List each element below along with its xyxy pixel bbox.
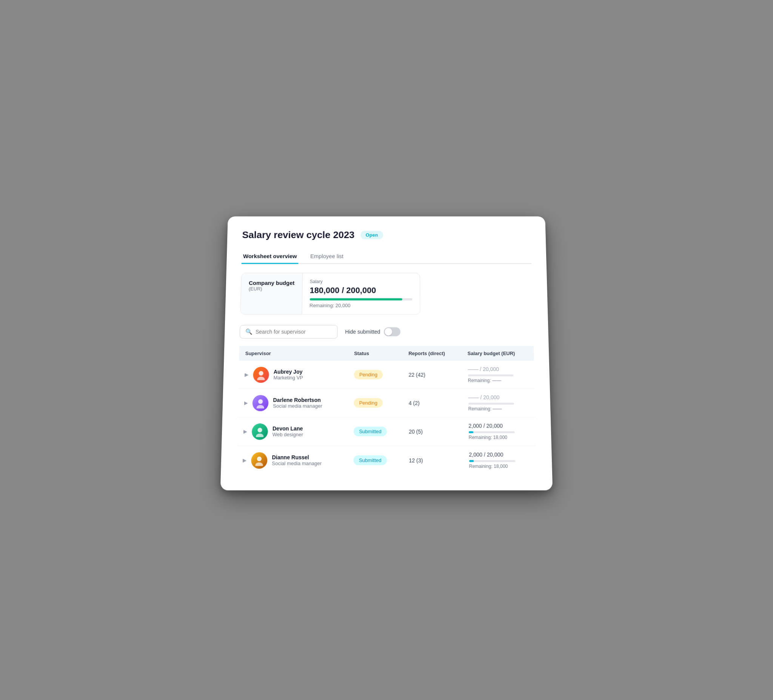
avatar	[252, 395, 268, 411]
table-body: ▶ Aubrey Joy Marketing VP Pending22 (42)…	[236, 361, 537, 475]
budget-amount: 180,000 / 200,000	[309, 285, 412, 295]
person-name: Aubrey Joy	[274, 369, 303, 375]
status-badge: Pending	[354, 398, 382, 407]
budget-progress-fill	[309, 298, 402, 301]
row-expand-chevron[interactable]: ▶	[244, 400, 248, 406]
supervisors-table: Supervisor Status Reports (direct) Salar…	[236, 346, 537, 475]
row-progress-fill	[469, 460, 474, 462]
status-badge: Open	[360, 230, 383, 239]
budget-type: Salary	[310, 279, 412, 284]
budget-card: Company budget (EUR) Salary 180,000 / 20…	[240, 273, 420, 314]
search-wrapper[interactable]: 🔍	[240, 325, 338, 338]
filter-bar: 🔍 Hide submitted	[240, 325, 533, 338]
status-cell: Submitted	[347, 446, 403, 474]
budget-currency: (EUR)	[249, 286, 295, 291]
row-progress-bg	[469, 460, 515, 462]
reports-cell: 12 (3)	[403, 446, 463, 474]
row-expand-chevron[interactable]: ▶	[243, 428, 248, 434]
avatar	[253, 366, 269, 382]
main-card: Salary review cycle 2023 Open Worksheet …	[220, 216, 553, 490]
status-cell: Submitted	[348, 417, 403, 446]
table-row: ▶ Dianne Russel Social media manager Sub…	[236, 446, 537, 474]
col-supervisor: Supervisor	[239, 346, 348, 361]
status-badge: Pending	[354, 370, 383, 379]
supervisor-cell: ▶ Darlene Robertson Social media manager	[238, 389, 348, 417]
tab-employee-list[interactable]: Employee list	[309, 249, 345, 264]
budget-amount-text: 2,000 / 20,000	[469, 422, 530, 429]
row-progress-bg	[468, 403, 514, 404]
budget-cell: 2,000 / 20,000 Remaining: 18,000	[462, 417, 536, 446]
page-title: Salary review cycle 2023	[242, 229, 354, 240]
person-info: Dianne Russel Social media manager	[272, 454, 322, 466]
reports-cell: 20 (5)	[403, 417, 463, 446]
status-cell: Pending	[348, 389, 403, 417]
tab-bar: Worksheet overview Employee list	[242, 249, 532, 264]
search-input[interactable]	[255, 329, 332, 335]
budget-cell: —— / 20,000 Remaining: ——	[462, 361, 535, 389]
row-expand-chevron[interactable]: ▶	[243, 457, 247, 463]
budget-label-title: Company budget	[249, 279, 294, 286]
budget-progress-bg	[309, 298, 412, 301]
svg-point-4	[257, 427, 262, 432]
reports-cell: 4 (2)	[402, 389, 462, 417]
reports-cell: 22 (42)	[402, 361, 462, 389]
hide-submitted-toggle[interactable]	[384, 327, 400, 336]
budget-remaining: Remaining: 20,000	[309, 302, 413, 308]
status-cell: Pending	[348, 361, 403, 389]
row-progress-bg	[469, 431, 515, 433]
budget-amount-text: —— / 20,000	[468, 394, 529, 400]
svg-point-3	[257, 404, 264, 408]
col-reports: Reports (direct)	[402, 346, 462, 361]
budget-cell: —— / 20,000 Remaining: ——	[462, 389, 536, 417]
avatar	[252, 423, 268, 439]
row-progress-bg	[468, 374, 513, 376]
supervisor-cell: ▶ Devon Lane Web designer	[237, 417, 348, 446]
search-icon: 🔍	[245, 328, 253, 335]
hide-submitted-text: Hide submitted	[345, 329, 380, 335]
tab-worksheet[interactable]: Worksheet overview	[242, 249, 299, 264]
person-info: Aubrey Joy Marketing VP	[273, 369, 303, 380]
page-header: Salary review cycle 2023 Open	[242, 229, 531, 240]
col-status: Status	[348, 346, 402, 361]
person-name: Dianne Russel	[272, 454, 322, 460]
table-row: ▶ Devon Lane Web designer Submitted20 (5…	[237, 417, 536, 446]
col-budget: Salary budget (EUR)	[461, 346, 534, 361]
supervisor-cell: ▶ Dianne Russel Social media manager	[236, 446, 348, 474]
svg-point-5	[256, 433, 264, 437]
svg-point-2	[258, 399, 263, 403]
supervisor-cell: ▶ Aubrey Joy Marketing VP	[238, 361, 348, 389]
row-progress-fill	[469, 431, 473, 433]
budget-label: Company budget (EUR)	[240, 273, 302, 314]
hide-submitted-filter: Hide submitted	[345, 327, 400, 336]
status-badge: Submitted	[354, 455, 387, 465]
person-job-title: Social media manager	[272, 460, 322, 467]
toggle-knob	[385, 328, 392, 335]
svg-point-0	[259, 371, 263, 375]
person-job-title: Web designer	[273, 431, 303, 437]
person-name: Darlene Robertson	[273, 397, 322, 403]
budget-values: Salary 180,000 / 200,000 Remaining: 20,0…	[302, 273, 420, 314]
budget-remaining-text: Remaining: 18,000	[469, 435, 530, 440]
avatar	[251, 452, 268, 468]
table-header: Supervisor Status Reports (direct) Salar…	[239, 346, 534, 361]
table-row: ▶ Aubrey Joy Marketing VP Pending22 (42)…	[238, 361, 535, 389]
person-info: Devon Lane Web designer	[273, 425, 303, 437]
budget-remaining-text: Remaining: ——	[469, 406, 529, 411]
person-job-title: Marketing VP	[273, 375, 303, 380]
person-job-title: Social media manager	[273, 403, 322, 409]
person-info: Darlene Robertson Social media manager	[273, 397, 322, 409]
budget-remaining-text: Remaining: 18,000	[469, 463, 531, 469]
svg-point-1	[257, 376, 265, 380]
svg-point-6	[257, 456, 262, 461]
budget-cell: 2,000 / 20,000 Remaining: 18,000	[463, 446, 537, 474]
budget-amount-text: 2,000 / 20,000	[469, 451, 530, 458]
budget-amount-text: —— / 20,000	[468, 366, 528, 372]
row-expand-chevron[interactable]: ▶	[245, 372, 248, 377]
person-name: Devon Lane	[273, 425, 303, 431]
status-badge: Submitted	[354, 426, 387, 436]
budget-section: Company budget (EUR) Salary 180,000 / 20…	[240, 273, 533, 314]
budget-remaining-text: Remaining: ——	[468, 378, 529, 383]
svg-point-7	[255, 462, 263, 465]
table-row: ▶ Darlene Robertson Social media manager…	[238, 389, 536, 417]
